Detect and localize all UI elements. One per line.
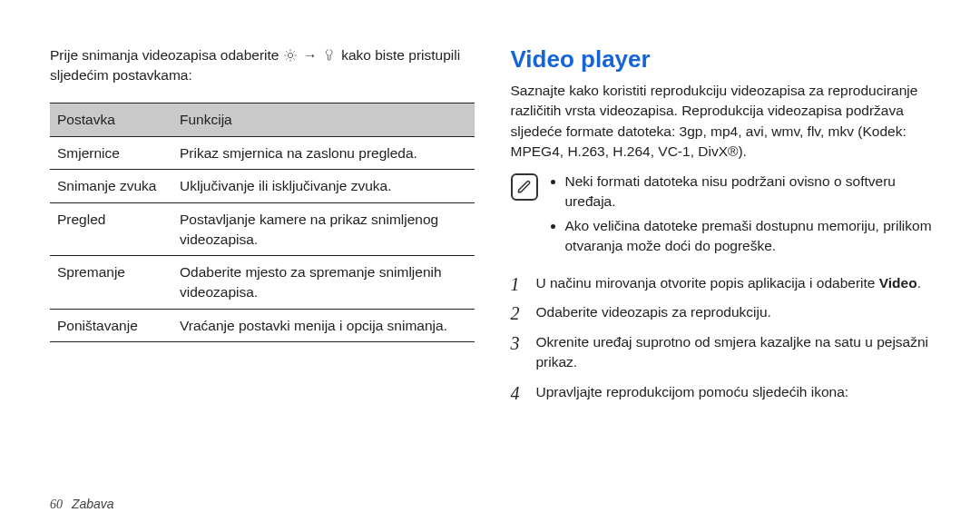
cell-setting: Snimanje zvuka bbox=[50, 170, 172, 203]
left-column: Prije snimanja videozapisa odaberite → bbox=[50, 45, 502, 514]
step-item: 2 Odaberite videozapis za reprodukciju. bbox=[511, 302, 936, 322]
table-row: Spremanje Odaberite mjesto za spremanje … bbox=[50, 256, 475, 309]
tool-icon bbox=[323, 48, 338, 63]
step-text-bold: Video bbox=[879, 275, 917, 291]
step-item: 4 Upravljajte reprodukcijom pomoću sljed… bbox=[511, 382, 936, 402]
gear-icon bbox=[283, 48, 298, 63]
cell-function: Vraćanje postavki menija i opcija sniman… bbox=[172, 309, 475, 342]
cell-setting: Smjernice bbox=[50, 136, 172, 170]
cell-setting: Poništavanje bbox=[50, 309, 172, 342]
step-number: 1 bbox=[511, 271, 520, 298]
note-item: Neki formati datoteka nisu podržani ovis… bbox=[565, 172, 936, 212]
cell-function: Prikaz smjernica na zaslonu pregleda. bbox=[172, 136, 475, 170]
step-number: 2 bbox=[511, 300, 520, 327]
svg-point-0 bbox=[288, 53, 292, 57]
page-footer: 60 Zabava bbox=[50, 497, 114, 512]
step-item: 1 U načinu mirovanja otvorite popis apli… bbox=[511, 273, 936, 293]
arrow-icon: → bbox=[301, 47, 319, 63]
document-page: Prije snimanja videozapisa odaberite → bbox=[0, 0, 980, 532]
table-header-row: Postavka Funkcija bbox=[50, 103, 475, 136]
page-number: 60 bbox=[50, 498, 63, 511]
cell-function: Odaberite mjesto za spremanje snimljenih… bbox=[172, 256, 475, 309]
note-icon bbox=[511, 173, 538, 201]
step-item: 3 Okrenite uređaj suprotno od smjera kaz… bbox=[511, 332, 936, 373]
cell-setting: Spremanje bbox=[50, 256, 172, 309]
table-row: Pregled Postavljanje kamere na prikaz sn… bbox=[50, 203, 475, 256]
header-setting: Postavka bbox=[50, 103, 172, 136]
footer-section: Zabava bbox=[72, 497, 114, 511]
intro-text: Prije snimanja videozapisa odaberite → bbox=[50, 45, 475, 86]
intro-paragraph: Saznajte kako koristiti reprodukciju vid… bbox=[511, 81, 936, 163]
step-text-before: U načinu mirovanja otvorite popis aplika… bbox=[536, 275, 879, 291]
steps-list: 1 U načinu mirovanja otvorite popis apli… bbox=[511, 273, 936, 402]
cell-setting: Pregled bbox=[50, 203, 172, 256]
step-text-after: . bbox=[917, 275, 921, 291]
note-list: Neki formati datoteka nisu podržani ovis… bbox=[549, 172, 936, 261]
cell-function: Uključivanje ili isključivanje zvuka. bbox=[172, 170, 475, 203]
header-function: Funkcija bbox=[172, 103, 475, 136]
settings-table: Postavka Funkcija Smjernice Prikaz smjer… bbox=[50, 103, 475, 343]
step-number: 4 bbox=[511, 380, 520, 407]
step-text-before: Okrenite uređaj suprotno od smjera kazal… bbox=[536, 334, 929, 369]
step-text-before: Upravljajte reprodukcijom pomoću sljedeć… bbox=[536, 384, 849, 399]
cell-function: Postavljanje kamere na prikaz snimljenog… bbox=[172, 203, 475, 256]
table-row: Poništavanje Vraćanje postavki menija i … bbox=[50, 309, 475, 342]
note-item: Ako veličina datoteke premaši dostupnu m… bbox=[565, 216, 936, 257]
step-text-before: Odaberite videozapis za reprodukciju. bbox=[536, 304, 771, 320]
intro-prefix: Prije snimanja videozapisa odaberite bbox=[50, 47, 283, 63]
section-heading: Video player bbox=[511, 45, 936, 74]
note-block: Neki formati datoteka nisu podržani ovis… bbox=[511, 172, 936, 261]
right-column: Video player Saznajte kako koristiti rep… bbox=[502, 45, 936, 514]
table-row: Snimanje zvuka Uključivanje ili isključi… bbox=[50, 170, 475, 203]
step-number: 3 bbox=[511, 330, 520, 357]
table-row: Smjernice Prikaz smjernica na zaslonu pr… bbox=[50, 136, 475, 170]
